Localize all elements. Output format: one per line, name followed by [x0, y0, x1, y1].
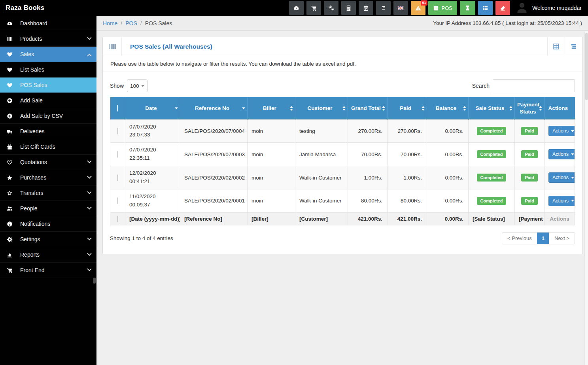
breadcrumb-home-link[interactable]: Home — [103, 20, 117, 26]
footer-biller-filter: [Biller] — [248, 212, 295, 225]
column-header-biller[interactable]: Biller — [248, 97, 295, 119]
chevron-down-icon — [87, 267, 91, 271]
topbar-hourglass-button[interactable] — [460, 1, 475, 15]
topbar-list-button[interactable] — [478, 1, 493, 15]
footer-sale-status-filter: [Sale Status] — [469, 212, 515, 225]
column-header-grand-total[interactable]: Grand Total — [348, 97, 388, 119]
user-menu[interactable]: Welcome muqaddar — [514, 2, 588, 14]
row-checkbox[interactable] — [117, 128, 118, 134]
balance-cell: 0.00Rs. — [427, 119, 469, 143]
sidebar-item-list-gift-cards[interactable]: List Gift Cards — [0, 139, 96, 155]
sidebar-item-deliveries[interactable]: Deliveries — [0, 124, 96, 139]
row-checkbox[interactable] — [117, 197, 118, 204]
dashboard-icon — [7, 21, 13, 26]
pagination: < Previous 1 Next > — [502, 232, 575, 244]
topbar-eraser-button[interactable] — [495, 1, 510, 15]
sidebar-item-add-sale-by-csv[interactable]: Add Sale by CSV — [0, 108, 96, 124]
pagination-previous[interactable]: < Previous — [502, 233, 537, 244]
chevron-down-icon — [87, 236, 91, 240]
search-input[interactable] — [493, 79, 575, 92]
main-area: Home / POS / POS Sales Your IP Address 1… — [96, 16, 588, 365]
actions-button[interactable]: Actions — [548, 196, 575, 206]
topbar-stack-button[interactable] — [376, 1, 391, 15]
column-header-paid[interactable]: Paid — [388, 97, 427, 119]
sidebar-item-settings[interactable]: Settings — [0, 232, 96, 247]
table-view-button[interactable] — [547, 37, 565, 56]
customer-cell: testing — [295, 119, 348, 143]
page-size-select[interactable]: 100 — [127, 79, 147, 92]
users-icon — [7, 206, 13, 212]
breadcrumb-separator: / — [140, 20, 142, 26]
chevron-down-icon — [141, 85, 144, 87]
paid-cell: 70.00Rs. — [388, 143, 427, 166]
rows-view-icon — [570, 43, 577, 50]
sidebar-item-list-sales[interactable]: List Sales — [0, 62, 96, 78]
sidebar-item-add-sale[interactable]: Add Sale — [0, 93, 96, 108]
bar-chart-icon — [7, 252, 13, 258]
topbar-calculator-button[interactable] — [341, 1, 356, 15]
sidebar-item-purchases[interactable]: Purchases — [0, 170, 96, 185]
payment-status-badge: Paid — [521, 174, 537, 182]
topbar-cogs-button[interactable] — [324, 1, 338, 15]
vertical-scrollbar[interactable] — [584, 31, 588, 365]
breadcrumb-pos-link[interactable]: POS — [125, 20, 137, 26]
topbar-pos-button[interactable]: POS — [428, 1, 457, 15]
show-label: Show — [110, 83, 124, 89]
sidebar-item-products[interactable]: Products — [0, 31, 96, 47]
sale-status-badge: Completed — [477, 127, 507, 135]
table-header-row: Date Reference No Biller Customer Grand … — [110, 97, 575, 119]
actions-button[interactable]: Actions — [548, 172, 575, 183]
chevron-down-icon — [571, 130, 574, 132]
payment-status-badge: Paid — [521, 197, 537, 205]
panel-description: Please use the table below to navigate o… — [103, 56, 582, 72]
pagination-next[interactable]: Next > — [549, 233, 575, 244]
topbar-language-button[interactable] — [393, 1, 408, 15]
sidebar-item-quotations[interactable]: Quotations — [0, 155, 96, 170]
sort-both-icon — [342, 106, 346, 111]
actions-button[interactable]: Actions — [548, 126, 575, 136]
gift-icon — [7, 144, 13, 150]
footer-date-filter: [Date (yyyy-mm-dd)] — [125, 212, 180, 225]
breadcrumb-separator: / — [121, 20, 122, 26]
sort-both-icon — [539, 106, 542, 111]
row-checkbox[interactable] — [117, 174, 118, 181]
column-header-reference-no[interactable]: Reference No — [180, 97, 248, 119]
select-all-checkbox[interactable] — [117, 105, 118, 112]
customer-cell: Walk-in Customer — [295, 166, 348, 189]
sidebar-scrollbar-thumb[interactable] — [93, 278, 96, 284]
sidebar-item-reports[interactable]: Reports — [0, 247, 96, 263]
rows-view-button[interactable] — [565, 37, 582, 56]
topbar-calendar-button[interactable] — [359, 1, 373, 15]
actions-button[interactable]: Actions — [548, 149, 575, 159]
welcome-text: Welcome muqaddar — [532, 5, 582, 11]
sidebar-item-notifications[interactable]: Notifications — [0, 216, 96, 232]
column-header-sale-status[interactable]: Sale Status — [469, 97, 515, 119]
topbar-dashboard-button[interactable] — [289, 1, 304, 15]
column-header-customer[interactable]: Customer — [295, 97, 348, 119]
pagination-page-1[interactable]: 1 — [537, 233, 549, 244]
column-header-payment-status[interactable]: Payment Status — [515, 97, 545, 119]
date-cell: 11/02/202000:09:37 — [125, 189, 180, 213]
row-checkbox[interactable] — [117, 151, 118, 158]
sidebar-item-transfers[interactable]: Transfers — [0, 185, 96, 201]
sidebar-item-pos-sales[interactable]: POS Sales — [0, 78, 96, 93]
chevron-down-icon — [87, 159, 91, 163]
chevron-down-icon — [571, 200, 574, 202]
heart-icon — [7, 67, 13, 73]
pos-button-label: POS — [442, 5, 452, 11]
topbar-alerts-button[interactable]: 51 — [411, 1, 425, 15]
sidebar-item-dashboard[interactable]: Dashboard — [0, 16, 96, 31]
topbar-cart-button[interactable] — [306, 1, 321, 15]
footer-actions-label: Actions — [545, 212, 575, 225]
reference-cell: SALE/POS/2020/02/0001 — [180, 189, 248, 213]
grand-total-cell: 80.00Rs. — [348, 189, 388, 213]
column-header-date[interactable]: Date — [125, 97, 180, 119]
uk-flag-icon — [398, 5, 404, 11]
sidebar-item-front-end[interactable]: Front End — [0, 263, 96, 278]
scrollbar-thumb[interactable] — [585, 33, 588, 100]
sidebar-item-sales[interactable]: Sales — [0, 47, 96, 62]
column-header-balance[interactable]: Balance — [427, 97, 469, 119]
breadcrumb-current: POS Sales — [145, 20, 172, 26]
sidebar-item-people[interactable]: People — [0, 201, 96, 216]
grand-total-cell: 1.00Rs. — [348, 166, 388, 189]
